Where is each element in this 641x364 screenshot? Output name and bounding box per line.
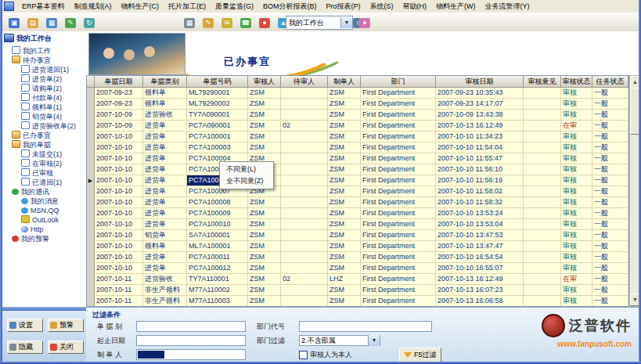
table-cell: ZSM (328, 241, 361, 252)
menu-item[interactable]: 物料生产(C) (117, 2, 164, 11)
phone-icon[interactable]: ☎ (237, 15, 254, 31)
chevron-down-icon[interactable]: ▼ (368, 335, 380, 346)
sidebar-item[interactable]: OutLook (2, 215, 86, 225)
table-row[interactable]: 2007-10-09进货验收TY7A090001ZSMZSMFirst Depa… (87, 110, 628, 121)
menu-item[interactable]: ERP基本资料 (17, 2, 70, 11)
notepad-icon[interactable]: ✎ (200, 15, 217, 31)
sidebar-item[interactable]: 已办事宜 (2, 131, 86, 140)
column-header[interactable]: 制单人 (328, 76, 361, 88)
table-row[interactable]: 2007-10-11进货验收TY7A110001ZSM02LHZFirst De… (87, 274, 628, 285)
menu-item[interactable]: 业务流管理(Y) (481, 2, 535, 11)
column-header[interactable]: 单据号码 (187, 76, 248, 88)
column-header[interactable]: 审核人 (248, 76, 281, 88)
sidebar-item[interactable]: 我的通讯 (2, 187, 86, 196)
settings-button[interactable]: 设置 (7, 319, 43, 332)
menu-item[interactable]: BOM分析报表(B) (258, 2, 322, 11)
sidebar-item[interactable]: 进货退回(1) (2, 65, 86, 74)
brand-url[interactable]: www.fanpusoft.com (542, 340, 632, 348)
table-row[interactable]: 2007-10-10领料单ML7A100001ZSMZSMFirst Depar… (87, 241, 628, 252)
table-row[interactable]: 2007-10-10进货单PC7A100007ZSMZSMFirst Depar… (87, 186, 628, 197)
menu-item[interactable]: Pro报表(P) (322, 2, 366, 11)
table-row[interactable]: 2007-10-10进货单PC7A100011ZSMZSMFirst Depar… (87, 252, 628, 263)
alarm-icon[interactable]: ● (256, 15, 273, 31)
menu-item[interactable]: 制造规划(A) (70, 2, 117, 11)
auditor-is-self-checkbox[interactable] (299, 351, 308, 359)
table-row[interactable]: 2007-10-10进货单PC7A100009ZSMZSMFirst Depar… (87, 208, 628, 219)
sidebar-item-label: 进货单(2) (32, 75, 62, 83)
sidebar-item[interactable]: 请购单(2) (2, 84, 86, 93)
sidebar-item[interactable]: 领料单(1) (2, 103, 86, 112)
edit-icon[interactable]: ✎ (62, 15, 79, 31)
column-header[interactable]: 待审人 (281, 76, 328, 88)
table-row[interactable]: 2007-10-10进货单PC7A100004ZSMZSMFirst Depar… (87, 153, 628, 164)
refresh-icon[interactable]: ↻ (81, 15, 98, 31)
creator-input[interactable] (136, 349, 246, 360)
table-row[interactable]: 2007-10-10进货单PC7A100008ZSMZSMFirst Depar… (87, 197, 628, 208)
table-row[interactable]: ▶2007-10-10进货单PC7A100006ZSMZSMFirst Depa… (87, 175, 628, 186)
table-row[interactable]: 2007-10-09进货单PC7A090001ZSM02ZSMFirst Dep… (87, 121, 628, 132)
context-menu-item[interactable]: 不同意(L) (220, 164, 273, 175)
sidebar-item[interactable]: 已退回(1) (2, 178, 86, 187)
sidebar-item[interactable]: 销货单(4) (2, 112, 86, 121)
table-row[interactable]: 2007-10-10进货单PC7A100012ZSMZSMFirst Depar… (87, 263, 628, 274)
sidebar-item[interactable]: 我的消息 (2, 196, 86, 206)
sidebar-item[interactable]: 已审核 (2, 168, 86, 178)
mail-icon: ✉ (221, 18, 232, 28)
column-header[interactable]: 部门 (361, 76, 436, 88)
open-folder-icon[interactable]: ▤ (24, 15, 41, 31)
sidebar-item[interactable]: 进货单(2) (2, 74, 86, 84)
table-row[interactable]: 2007-09-23领料单ML79290001ZSMZSMFirst Depar… (87, 88, 628, 99)
table-cell: 2007-09-23 (95, 88, 143, 99)
menu-item[interactable]: 质量监造(G) (211, 2, 258, 11)
column-header[interactable]: 审核日期 (436, 76, 524, 88)
column-header[interactable]: 审核意见 (524, 76, 561, 88)
save-icon[interactable]: ▦ (43, 15, 60, 31)
table-cell: 2007-10-10 11:56:19 (436, 175, 524, 186)
column-header[interactable]: 单据类别 (143, 76, 187, 88)
sidebar-item[interactable]: 我的工作 (2, 46, 86, 56)
sidebar-item[interactable]: 我的单据 (2, 140, 86, 150)
sidebar-item[interactable]: Http (2, 225, 86, 234)
alert-button[interactable]: 预警 (48, 319, 84, 332)
date-range-input[interactable] (136, 335, 246, 346)
table-cell: First Department (361, 241, 436, 252)
table-row[interactable]: 2007-09-23领料单ML79290002ZSMZSMFirst Depar… (87, 99, 628, 110)
sidebar-item[interactable]: 未提交(1) (2, 150, 86, 159)
dept-code-input[interactable] (299, 321, 432, 332)
table-row[interactable]: 2007-10-10进货单PC7A100005ZSMZSMFirst Depar… (87, 164, 628, 175)
sidebar-item[interactable]: 我的预警 (2, 234, 86, 243)
menu-item[interactable]: 物料生产(W) (431, 2, 481, 11)
sidebar-item[interactable]: 在审核(2) (2, 159, 86, 168)
doc-type-input[interactable] (136, 321, 246, 332)
column-header[interactable]: 单据日期 (95, 76, 143, 88)
user-icon[interactable]: ● (356, 15, 373, 31)
sidebar-item[interactable]: 进货验收单(2) (2, 121, 86, 131)
menu-item[interactable]: 帮助(H) (398, 2, 432, 11)
context-menu-item[interactable]: 全不同意(Z) (220, 175, 273, 187)
table-row[interactable]: 2007-10-10进货单PC7A100001ZSMZSMFirst Depar… (87, 132, 628, 142)
column-header[interactable]: 审核状态 (561, 76, 592, 88)
new-doc-icon[interactable]: ▣ (5, 15, 23, 31)
table-cell: 审核 (561, 252, 592, 263)
dept-filter-dropdown[interactable]: 2.不含部属 ▼ (299, 335, 380, 346)
table-row[interactable]: 2007-10-11非生产领料M77A110002ZSMZSMFirst Dep… (87, 285, 628, 296)
table-row[interactable]: 2007-10-11非生产领料M77A110003ZSMZSMFirst Dep… (87, 296, 628, 307)
sidebar-item[interactable]: MSN,QQ (2, 206, 86, 215)
table-row[interactable]: 2007-10-10进货单PC7A100010ZSMZSMFirst Depar… (87, 219, 628, 230)
mail-icon[interactable]: ✉ (218, 15, 236, 31)
sidebar-item[interactable]: 付款单(4) (2, 93, 86, 103)
table-cell: 2007-10-10 13:53:24 (436, 208, 524, 219)
sidebar-root-node[interactable]: 我的工作台 (2, 31, 86, 46)
calculator-icon[interactable]: ▦ (181, 15, 198, 31)
workspace-combobox[interactable]: 我的工作台 ▼ (286, 16, 353, 30)
column-header[interactable]: 任务状态 (592, 76, 628, 88)
menu-item[interactable]: 托片加工(E) (164, 2, 211, 11)
table-row[interactable]: 2007-10-10销货单SA7A100001ZSMZSMFirst Depar… (87, 230, 628, 241)
close-button[interactable]: 关闭 (48, 341, 84, 354)
chevron-down-icon[interactable]: ▼ (340, 17, 352, 28)
hide-button[interactable]: 隐藏 (7, 341, 43, 354)
table-row[interactable]: 2007-10-10进货单PC7A100003ZSMZSMFirst Depar… (87, 142, 628, 153)
menu-item[interactable]: 系统(S) (366, 2, 398, 11)
sidebar-item[interactable]: 待办事宜 (2, 56, 86, 65)
f5-filter-button[interactable]: F5过滤 (399, 348, 441, 362)
